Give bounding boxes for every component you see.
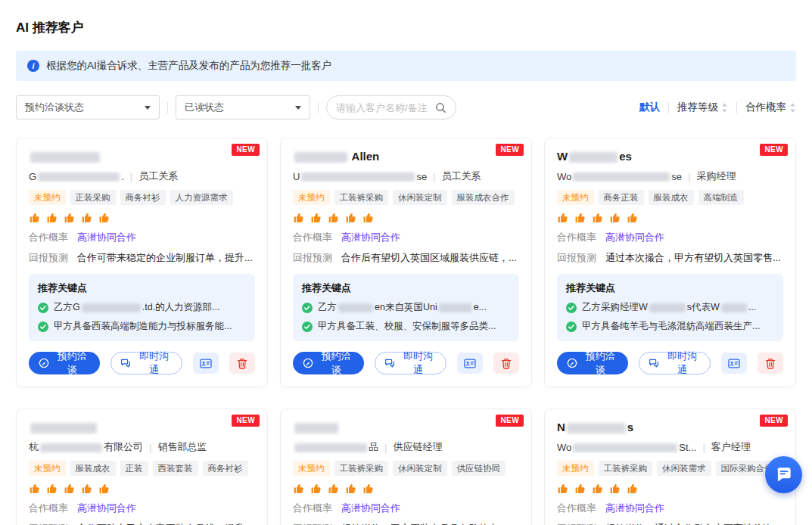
product-tag: 西装套装 — [153, 461, 198, 476]
dropdown-label: 已读状态 — [185, 101, 224, 114]
search-input[interactable] — [336, 102, 431, 113]
keypoints-box: 推荐关键点乙方G.td.的人力资源部...甲方具备西装高端制造能力与投标服务能.… — [29, 274, 255, 341]
keypoint-text: 甲方具备纯羊毛与毛涤混纺高端西装生产... — [582, 320, 760, 333]
thumbs-up-icon — [362, 212, 375, 224]
cooperation-value: 高潜协同合作 — [77, 231, 136, 244]
text-fragment: St... — [679, 442, 696, 453]
customer-card: NEWG.|员工关系未预约正装采购商务衬衫人力资源需求合作概率高潜协同合作回报预… — [16, 138, 268, 387]
instant-chat-button[interactable]: 即时沟通 — [639, 352, 710, 374]
book-meeting-button[interactable]: 预约洽谈 — [29, 352, 100, 374]
product-tag: 商务衬衫 — [120, 190, 166, 205]
keypoint-text: 乙方采购经理Ws代表W... — [582, 301, 756, 314]
business-card-button[interactable] — [457, 353, 483, 374]
cooperation-value: 高潜协同合作 — [341, 502, 400, 515]
customer-name: Ns — [557, 419, 783, 435]
contact-title: 销售部总监 — [157, 440, 207, 454]
thumbs-up-icon — [557, 483, 569, 495]
appointment-icon — [567, 358, 577, 368]
contact-title: 员工关系 — [138, 169, 178, 183]
thumbs-up-icon — [310, 483, 322, 495]
book-meeting-button[interactable]: 预约洽谈 — [557, 352, 628, 374]
contact-title: 供应链经理 — [393, 440, 442, 454]
sort-recommend-level[interactable]: 推荐等级 — [677, 101, 728, 114]
text-fragment: 甲方具备西装高端制造能力与投标服务能... — [54, 321, 232, 331]
thumbs-up-icon — [64, 483, 76, 495]
business-card-button[interactable] — [721, 353, 747, 374]
instant-chat-label: 即时沟通 — [400, 349, 436, 377]
text-fragment: 品 — [369, 441, 378, 452]
text-fragment: . — [121, 171, 124, 182]
company-row: Use|员工关系 — [293, 169, 519, 183]
thumbs-up-icon — [592, 483, 604, 495]
redacted-text — [301, 172, 415, 182]
recommend-rating — [557, 212, 783, 224]
appointment-status-dropdown[interactable]: 预约洽谈状态 — [16, 95, 160, 120]
thumbs-up-icon — [293, 212, 305, 224]
return-row: 回报预测标签增值：甲方工装产品具备防静电、... — [293, 522, 519, 525]
cooperation-label: 合作概率 — [293, 231, 332, 244]
redacted-text — [82, 303, 141, 312]
business-card-button[interactable] — [193, 353, 219, 374]
customer-name: Wes — [557, 148, 783, 164]
delete-button[interactable] — [229, 353, 255, 374]
redacted-text — [569, 152, 618, 163]
return-row: 回报预测合作可带来稳定的企业制服订单，提升... — [29, 251, 255, 265]
delete-button[interactable] — [758, 353, 783, 374]
thumbs-up-icon — [627, 212, 639, 224]
thumbs-up-icon — [81, 212, 93, 224]
status-tag: 未预约 — [557, 190, 594, 205]
return-label: 回报预测 — [557, 522, 596, 525]
instant-chat-label: 即时沟通 — [664, 349, 700, 377]
keypoints-box: 推荐关键点乙方en来自英国Unie...甲方具备工装、校服、安保制服等多品类..… — [293, 274, 519, 341]
banner-text: 根据您的AI撮合诉求、主营产品及发布的产品为您推荐一批客户 — [46, 59, 331, 73]
text-fragment: Wo — [557, 442, 571, 453]
cooperation-row: 合作概率高潜协同合作 — [293, 502, 519, 515]
instant-chat-button[interactable]: 即时沟通 — [375, 352, 446, 374]
return-row: 回报预测合作后有望切入英国区域服装供应链，... — [293, 251, 519, 265]
recommend-rating — [293, 483, 519, 495]
tag-list: 未预约工装裤采购休闲装需求国际采购合作 — [557, 461, 783, 476]
sort-carets-icon — [721, 103, 728, 113]
filter-bar: 预约洽谈状态 已读状态 默认 推荐等级 合作概率 — [16, 95, 796, 120]
sort-cooperation-rate[interactable]: 合作概率 — [745, 101, 796, 114]
business-card-icon — [464, 358, 476, 369]
search-box[interactable] — [326, 95, 456, 120]
thumbs-up-icon — [310, 212, 322, 224]
thumbs-up-icon — [574, 212, 586, 224]
check-icon — [38, 322, 48, 332]
keypoint-item: 乙方en来自英国Unie... — [302, 301, 510, 314]
new-badge: NEW — [232, 144, 260, 156]
thumbs-up-icon — [345, 212, 357, 224]
text-fragment: 杭 — [29, 441, 39, 452]
text-fragment: en来自英国Uni — [375, 302, 437, 312]
text-fragment: N — [557, 421, 565, 433]
cooperation-value: 高潜协同合作 — [605, 231, 664, 244]
tag-list: 未预约工装裤采购休闲装定制服装成衣合作 — [293, 190, 519, 205]
cooperation-label: 合作概率 — [557, 231, 596, 244]
read-status-dropdown[interactable]: 已读状态 — [176, 95, 310, 120]
text-fragment: Wo — [557, 171, 571, 182]
product-tag: 商务正装 — [599, 190, 644, 205]
cooperation-row: 合作概率高潜协同合作 — [557, 231, 783, 244]
instant-chat-button[interactable]: 即时沟通 — [110, 352, 182, 374]
page-title: AI 推荐客户 — [16, 0, 796, 51]
sort-default[interactable]: 默认 — [639, 101, 660, 114]
product-tag: 休闲装定制 — [393, 190, 447, 205]
book-meeting-button[interactable]: 预约洽谈 — [293, 352, 364, 374]
chat-launcher-button[interactable] — [765, 456, 802, 493]
instant-chat-label: 即时沟通 — [135, 349, 172, 377]
recommend-rating — [557, 483, 783, 495]
new-badge: NEW — [496, 144, 524, 156]
return-label: 回报预测 — [29, 251, 68, 265]
chevron-down-icon — [295, 106, 301, 110]
status-tag: 未预约 — [29, 461, 66, 476]
delete-button[interactable] — [493, 353, 519, 374]
status-tag: 未预约 — [293, 461, 330, 476]
search-icon[interactable] — [435, 102, 446, 113]
redacted-text — [573, 443, 677, 452]
product-tag: 高端制造 — [698, 190, 744, 205]
thumbs-up-icon — [592, 212, 604, 224]
product-tag: 工装裤采购 — [334, 461, 389, 476]
thumbs-up-icon — [557, 212, 569, 224]
return-forecast: 合作可助力乙方丰富正装产品线，提升... — [77, 522, 255, 525]
